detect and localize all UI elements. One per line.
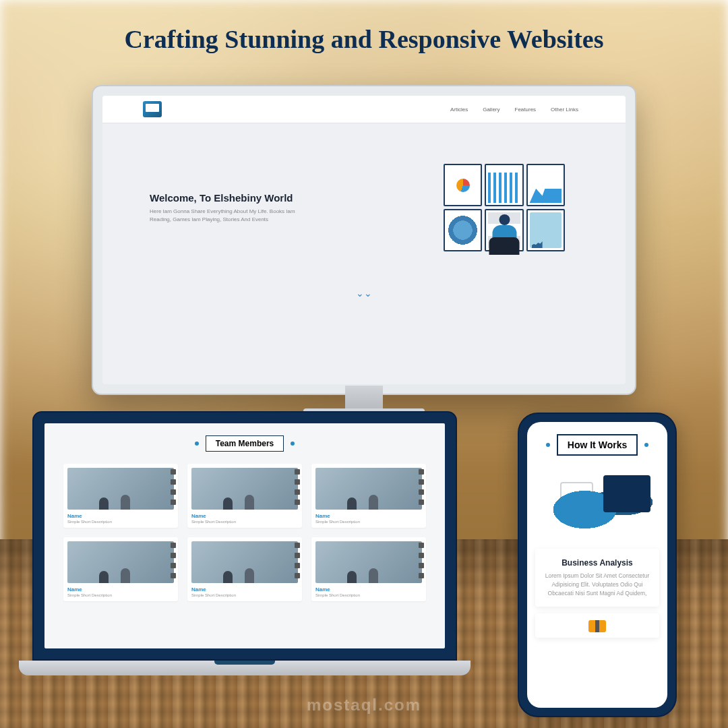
member-desc: Simple Short Description bbox=[191, 520, 298, 524]
logo-icon[interactable] bbox=[143, 101, 162, 117]
watermark: mostaql.com bbox=[307, 696, 421, 715]
twitter-icon[interactable] bbox=[419, 553, 424, 558]
member-desc: Simple Short Description bbox=[191, 593, 298, 597]
laptop-frame: Team Members NameSimple Short Descriptio… bbox=[32, 411, 457, 661]
phone-frame: How It Works Business Analysis Lorem Ips… bbox=[518, 413, 677, 717]
youtube-icon[interactable] bbox=[295, 499, 300, 505]
team-card[interactable]: NameSimple Short Description bbox=[63, 464, 178, 528]
social-icons bbox=[295, 469, 300, 505]
social-icons bbox=[171, 543, 176, 578]
section-header: Team Members bbox=[59, 435, 430, 452]
person-icon bbox=[489, 214, 520, 255]
team-card[interactable]: NameSimple Short Description bbox=[311, 464, 426, 528]
team-photo bbox=[191, 468, 298, 510]
facebook-icon[interactable] bbox=[171, 543, 176, 548]
scroll-down-icon[interactable]: ⌄⌄ bbox=[102, 278, 626, 309]
screen-icon bbox=[526, 209, 565, 251]
twitter-icon[interactable] bbox=[171, 553, 176, 558]
team-grid: NameSimple Short DescriptionNameSimple S… bbox=[59, 464, 430, 601]
phone-screen: How It Works Business Analysis Lorem Ips… bbox=[527, 422, 667, 708]
facebook-icon[interactable] bbox=[419, 469, 424, 475]
member-name: Name bbox=[67, 586, 174, 593]
twitter-icon[interactable] bbox=[295, 479, 300, 485]
nav-link-articles[interactable]: Articles bbox=[450, 107, 468, 113]
hero-subtitle: Here Iam Gonna Share Everything About My… bbox=[150, 208, 298, 222]
youtube-icon[interactable] bbox=[171, 573, 176, 578]
hero-text: Welcome, To Elshebiny World Here Iam Gon… bbox=[150, 192, 298, 222]
youtube-icon[interactable] bbox=[419, 573, 424, 578]
phone-mockup: How It Works Business Analysis Lorem Ips… bbox=[518, 413, 677, 717]
team-card[interactable]: NameSimple Short Description bbox=[63, 537, 178, 601]
linkedin-icon[interactable] bbox=[295, 563, 300, 568]
youtube-icon[interactable] bbox=[171, 499, 176, 505]
laptop-base bbox=[19, 661, 471, 675]
member-desc: Simple Short Description bbox=[67, 593, 174, 597]
hero-title: Welcome, To Elshebiny World bbox=[150, 192, 298, 204]
nav-links: Articles Gallery Features Other Links bbox=[450, 107, 578, 113]
section-title: How It Works bbox=[557, 434, 638, 456]
hero-illustration bbox=[444, 164, 565, 251]
member-name: Name bbox=[315, 513, 422, 519]
facebook-icon[interactable] bbox=[171, 469, 176, 475]
facebook-icon[interactable] bbox=[295, 469, 300, 475]
member-name: Name bbox=[315, 586, 422, 593]
twitter-icon[interactable] bbox=[171, 479, 176, 485]
info-card-partial[interactable] bbox=[535, 613, 659, 638]
monitor-screen: Articles Gallery Features Other Links We… bbox=[102, 96, 626, 384]
social-icons bbox=[419, 543, 424, 578]
linkedin-icon[interactable] bbox=[171, 489, 176, 495]
twitter-icon[interactable] bbox=[295, 553, 300, 558]
member-desc: Simple Short Description bbox=[315, 593, 422, 597]
screen-icon bbox=[526, 164, 565, 206]
team-photo bbox=[315, 468, 422, 510]
laptop-mockup: Team Members NameSimple Short Descriptio… bbox=[32, 411, 457, 694]
nav-link-features[interactable]: Features bbox=[515, 107, 537, 113]
social-icons bbox=[171, 469, 176, 505]
laptop-screen: Team Members NameSimple Short Descriptio… bbox=[44, 423, 445, 648]
member-desc: Simple Short Description bbox=[67, 520, 174, 524]
headline: Crafting Stunning and Responsive Website… bbox=[0, 24, 728, 54]
how-it-works-illustration bbox=[535, 465, 659, 539]
card-text: Lorem Ipsum Dolor Sit Amet Consectetur A… bbox=[542, 572, 653, 597]
section-title: Team Members bbox=[206, 435, 284, 452]
youtube-icon[interactable] bbox=[419, 499, 424, 505]
screen-icon bbox=[444, 164, 482, 206]
dot-icon bbox=[291, 442, 295, 446]
member-desc: Simple Short Description bbox=[315, 520, 422, 524]
youtube-icon[interactable] bbox=[295, 573, 300, 578]
screen-icon bbox=[444, 209, 482, 251]
nav-link-other[interactable]: Other Links bbox=[551, 107, 578, 113]
linkedin-icon[interactable] bbox=[419, 563, 424, 568]
card-title: Business Analysis bbox=[542, 558, 653, 568]
hero-section: Welcome, To Elshebiny World Here Iam Gon… bbox=[102, 123, 626, 278]
facebook-icon[interactable] bbox=[295, 543, 300, 548]
dot-icon bbox=[644, 443, 648, 447]
member-name: Name bbox=[191, 586, 298, 593]
member-name: Name bbox=[191, 513, 298, 519]
gears-icon bbox=[588, 620, 606, 632]
dot-icon bbox=[546, 443, 550, 447]
facebook-icon[interactable] bbox=[419, 543, 424, 548]
info-card[interactable]: Business Analysis Lorem Ipsum Dolor Sit … bbox=[535, 549, 659, 607]
section-header: How It Works bbox=[535, 434, 659, 456]
screen-icon bbox=[485, 164, 523, 206]
team-photo bbox=[315, 541, 422, 583]
team-card[interactable]: NameSimple Short Description bbox=[187, 464, 302, 528]
nav-link-gallery[interactable]: Gallery bbox=[483, 107, 499, 113]
linkedin-icon[interactable] bbox=[295, 489, 300, 495]
linkedin-icon[interactable] bbox=[171, 563, 176, 568]
team-card[interactable]: NameSimple Short Description bbox=[311, 537, 426, 601]
member-name: Name bbox=[67, 513, 174, 519]
social-icons bbox=[295, 543, 300, 578]
team-photo bbox=[191, 541, 298, 583]
team-photo bbox=[67, 468, 174, 510]
linkedin-icon[interactable] bbox=[419, 489, 424, 495]
team-photo bbox=[67, 541, 174, 583]
navbar: Articles Gallery Features Other Links bbox=[102, 96, 626, 123]
social-icons bbox=[419, 469, 424, 505]
desktop-mockup: Articles Gallery Features Other Links We… bbox=[92, 85, 636, 429]
dot-icon bbox=[195, 442, 199, 446]
twitter-icon[interactable] bbox=[419, 479, 424, 485]
team-card[interactable]: NameSimple Short Description bbox=[187, 537, 302, 601]
monitor-frame: Articles Gallery Features Other Links We… bbox=[92, 85, 636, 395]
